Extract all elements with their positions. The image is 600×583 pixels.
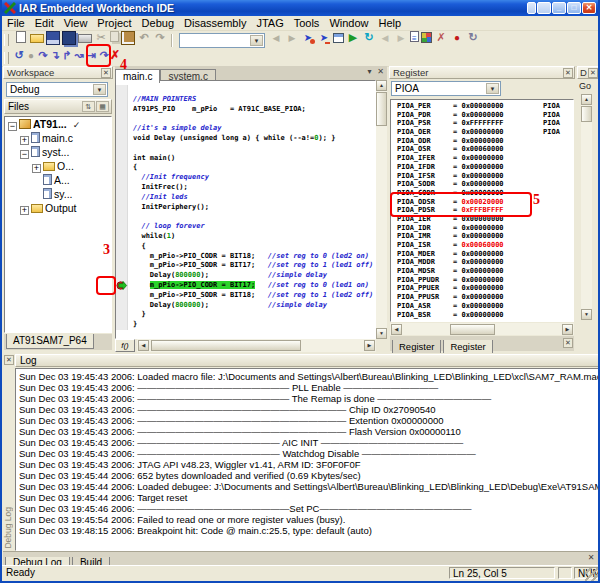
edit-breakpoints-icon[interactable] [317,31,331,45]
copy-icon[interactable] [110,31,119,42]
code-line[interactable]: m_pPio->PIO_CODR = BIT18; //set reg to 0… [116,252,375,262]
register-row-pioa_ppudr[interactable]: PIOA_PPUDR= 0x00000000 [391,276,573,285]
collapse-icon[interactable]: − [20,150,29,159]
close-icon[interactable]: ✕ [588,68,598,78]
menu-debug[interactable]: Debug [137,16,179,30]
menu-file[interactable]: File [2,16,30,30]
code-margin[interactable] [116,320,128,330]
expand-icon[interactable]: + [20,136,29,145]
resize-grip[interactable] [585,568,598,581]
code-line[interactable]: //it's a simple delay [116,124,375,134]
log-message-list[interactable]: Sun Dec 03 19:45:43 2006: Loaded macro f… [15,368,599,551]
register-row-pioa_ifer[interactable]: PIOA_IFER= 0x00000000 [391,154,573,163]
dropdown-icon[interactable]: ▾ [364,67,375,76]
code-line[interactable] [116,114,375,124]
code-line[interactable]: } [116,320,375,330]
register-row-pioa_ppusr[interactable]: PIOA_PPUSR= 0x00000000 [391,293,573,302]
code-margin[interactable] [116,261,128,271]
code-line[interactable]: //MAIN POINTERS [116,95,375,105]
step-out-icon[interactable] [61,49,73,63]
scrollbar-thumb[interactable] [450,324,495,335]
find-combobox[interactable]: ▼ [179,33,265,48]
undo-icon[interactable] [137,31,151,45]
restart-debugger-icon[interactable] [466,31,480,45]
menu-project[interactable]: Project [92,16,136,30]
reset-icon[interactable] [13,49,25,63]
code-editor[interactable]: //MAIN POINTERSAT91PS_PIO m_pPio = AT91C… [115,80,376,339]
download-and-debug-icon[interactable] [346,31,360,45]
scroll-up-icon[interactable]: ▲ [581,94,592,105]
tree-item-main-c[interactable]: +main.c [5,131,111,145]
scroll-down-icon[interactable]: ▼ [581,309,592,320]
options-column-icon[interactable]: ▦ [96,101,109,112]
menu-window[interactable]: Window [324,16,373,30]
tree-item-a-[interactable]: A... [5,173,111,187]
code-line[interactable]: m_pPio->PIO_SODR = BIT17; //set reg to 1… [116,261,375,271]
register-row-pioa_per[interactable]: PIOA_PER= 0x00000000PIOA [391,102,573,111]
code-margin[interactable] [116,173,128,183]
tree-item-sy-[interactable]: sy... [5,187,111,201]
debug-session-icon[interactable] [450,31,464,45]
save-icon[interactable] [46,31,60,45]
register-row-pioa_idr[interactable]: PIOA_IDR= 0x00000000 [391,224,573,233]
close-icon[interactable]: ✕ [586,554,596,564]
code-margin[interactable] [116,95,128,105]
scrollbar-thumb[interactable] [376,92,387,126]
view-source-icon[interactable] [410,31,419,42]
print-icon[interactable] [78,34,92,43]
code-margin[interactable] [116,222,128,232]
scroll-right-icon[interactable]: ▶ [364,340,375,351]
code-line[interactable] [116,85,375,95]
code-line[interactable]: { [116,163,375,173]
code-margin[interactable] [116,301,128,311]
step-over-icon[interactable] [37,49,49,63]
code-line[interactable]: //Init leds [116,193,375,203]
refresh-icon[interactable] [362,31,376,45]
code-margin[interactable] [116,163,128,173]
register-row-pioa_mddr[interactable]: PIOA_MDDR= 0x00000000 [391,258,573,267]
code-margin[interactable] [116,105,128,115]
scrollbar-thumb[interactable] [581,106,592,122]
toggle-breakpoint-icon[interactable] [301,31,315,45]
code-line[interactable]: Delay(800000); //simple delay [116,301,375,311]
register-horizontal-scrollbar[interactable]: ◀ ▶ [390,323,574,335]
toolbar-grip[interactable] [4,34,9,46]
tree-item-o-[interactable]: +O... [5,159,111,173]
register-row-pioa_isr[interactable]: PIOA_ISR= 0x00060000 [391,241,573,250]
close-icon[interactable]: ✕ [4,355,14,365]
redo-icon[interactable] [153,31,167,45]
find-previous-icon[interactable] [269,31,283,45]
break-icon[interactable] [25,49,37,63]
collapse-icon[interactable]: − [8,122,17,131]
maximize-button[interactable]: □ [567,2,581,14]
menu-help[interactable]: Help [374,16,407,30]
register-row-pioa_mder[interactable]: PIOA_MDER= 0x00000000 [391,250,573,259]
menu-jtag[interactable]: JTAG [251,16,288,30]
batch-build-icon[interactable] [421,32,432,43]
code-line[interactable]: // loop forever [116,222,375,232]
code-line[interactable]: InitFrec(); [116,183,375,193]
code-margin[interactable] [116,252,128,262]
stop-build-icon[interactable] [434,31,448,45]
register-row-pioa_osr[interactable]: PIOA_OSR= 0x00060000 [391,145,573,154]
code-line[interactable] [116,144,375,154]
register-row-pioa_asr[interactable]: PIOA_ASR= 0x00000000 [391,302,573,311]
register-row-pioa_odr[interactable]: PIOA_ODR= 0x00000000 [391,137,573,146]
tree-item-output[interactable]: +Output [5,201,111,215]
code-line[interactable]: m_pPio->PIO_SODR = BIT18; //set reg to 1… [116,291,375,301]
tab-register[interactable]: Register [392,340,441,354]
scrollbar-thumb[interactable] [151,340,301,351]
code-line[interactable]: InitPeriphery(); [116,203,375,213]
code-margin[interactable] [116,85,128,95]
expand-icon[interactable]: + [20,206,29,215]
scroll-left-icon[interactable]: ◀ [138,340,149,351]
code-margin[interactable] [116,183,128,193]
code-line[interactable]: while(1) [116,232,375,242]
menu-tools[interactable]: Tools [289,16,325,30]
register-row-pioa_ifdr[interactable]: PIOA_IFDR= 0x00000000 [391,163,573,172]
code-margin[interactable] [116,203,128,213]
close-icon[interactable]: ✕ [563,338,573,348]
minimize-button[interactable]: _ [552,2,566,14]
code-line[interactable]: void Delay (unsigned long a) { while (--… [116,134,375,144]
code-line[interactable]: int main() [116,154,375,164]
